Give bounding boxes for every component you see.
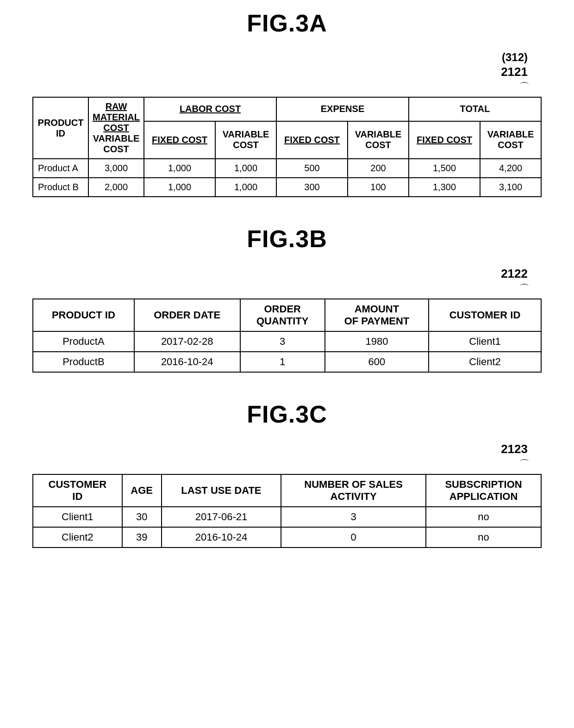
fig3a-title: FIG.3A — [19, 9, 555, 37]
fig3c-title: FIG.3C — [19, 400, 555, 428]
fig3b-col-product-id: PRODUCT ID — [33, 299, 134, 331]
list-item: 2,000 — [88, 178, 144, 197]
fig3a-col-expense-fixed: FIXED COST — [276, 121, 348, 159]
list-item: 2016-10-24 — [134, 352, 240, 372]
list-item: 3,000 — [88, 159, 144, 178]
list-item: 1,000 — [215, 178, 276, 197]
fig3b-col-amount-payment: AMOUNT OF PAYMENT — [325, 299, 429, 331]
table-row: Product A 3,000 1,000 1,000 500 200 1,50… — [33, 159, 541, 178]
list-item: 2017-06-21 — [162, 507, 281, 527]
list-item: 600 — [325, 352, 429, 372]
fig3c-section: FIG.3C 2123 ⌒ CUSTOMER ID AGE LAST USE D… — [19, 400, 555, 548]
fig3a-id-312: (312) — [502, 51, 528, 63]
list-item: no — [426, 507, 541, 527]
list-item: ProductB — [33, 352, 134, 372]
fig3a-col-labor-fixed: FIXED COST — [144, 121, 215, 159]
fig3c-bracket: ⌒ — [519, 458, 530, 470]
list-item: Client1 — [33, 507, 122, 527]
fig3b-title: FIG.3B — [19, 225, 555, 253]
list-item: Client2 — [429, 352, 541, 372]
table-row: Client2 39 2016-10-24 0 no — [33, 527, 541, 548]
list-item: 1,300 — [409, 178, 480, 197]
fig3a-col-raw-material: RAW MATERIAL COST VARIABLE COST — [88, 97, 144, 159]
list-item: Product A — [33, 159, 88, 178]
fig3b-col-order-quantity: ORDER QUANTITY — [240, 299, 325, 331]
list-item: 3 — [240, 331, 325, 352]
list-item: 1,000 — [215, 159, 276, 178]
fig3c-header-row: CUSTOMER ID AGE LAST USE DATE NUMBER OF … — [33, 474, 541, 507]
fig3a-col-expense-header: EXPENSE — [276, 97, 409, 121]
list-item: 3,100 — [480, 178, 541, 197]
list-item: 0 — [281, 527, 426, 548]
fig3a-col-labor-cost-header: LABOR COST — [144, 97, 276, 121]
list-item: 3 — [281, 507, 426, 527]
fig3b-table: PRODUCT ID ORDER DATE ORDER QUANTITY AMO… — [32, 299, 542, 373]
fig3b-header-row: PRODUCT ID ORDER DATE ORDER QUANTITY AMO… — [33, 299, 541, 331]
list-item: 30 — [122, 507, 162, 527]
fig3b-col-order-date: ORDER DATE — [134, 299, 240, 331]
fig3a-col-expense-variable: VARIABLE COST — [348, 121, 409, 159]
list-item: Product B — [33, 178, 88, 197]
table-row: ProductB 2016-10-24 1 600 Client2 — [33, 352, 541, 372]
list-item: 1,000 — [144, 178, 215, 197]
list-item: 500 — [276, 159, 348, 178]
fig3a-header-row1: PRODUCT ID RAW MATERIAL COST VARIABLE CO… — [33, 97, 541, 121]
fig3a-col-total-fixed: FIXED COST — [409, 121, 480, 159]
fig3a-table: PRODUCT ID RAW MATERIAL COST VARIABLE CO… — [32, 97, 542, 197]
list-item: 1,000 — [144, 159, 215, 178]
table-row: Product B 2,000 1,000 1,000 300 100 1,30… — [33, 178, 541, 197]
list-item: 100 — [348, 178, 409, 197]
fig3a-bracket: ⌒ — [519, 81, 530, 93]
table-row: Client1 30 2017-06-21 3 no — [33, 507, 541, 527]
list-item: 1,500 — [409, 159, 480, 178]
list-item: 39 — [122, 527, 162, 548]
fig3a-col-labor-variable: VARIABLE COST — [215, 121, 276, 159]
fig3a-section: FIG.3A (312) 2121 ⌒ PRODUCT ID RAW MATER… — [19, 9, 555, 197]
fig3a-id-2121: 2121 — [501, 65, 528, 79]
list-item: ProductA — [33, 331, 134, 352]
fig3c-col-last-use-date: LAST USE DATE — [162, 474, 281, 507]
fig3c-col-subscription: SUBSCRIPTION APPLICATION — [426, 474, 541, 507]
fig3b-section: FIG.3B 2122 ⌒ PRODUCT ID ORDER DATE ORDE… — [19, 225, 555, 373]
fig3b-id: 2122 — [501, 267, 528, 280]
fig3a-col-total-variable: VARIABLE COST — [480, 121, 541, 159]
fig3a-col-product: PRODUCT ID — [33, 97, 88, 159]
list-item: Client1 — [429, 331, 541, 352]
list-item: 2017-02-28 — [134, 331, 240, 352]
fig3a-col-total-header: TOTAL — [409, 97, 541, 121]
fig3c-id: 2123 — [501, 442, 528, 456]
list-item: 1980 — [325, 331, 429, 352]
table-row: ProductA 2017-02-28 3 1980 Client1 — [33, 331, 541, 352]
list-item: 1 — [240, 352, 325, 372]
fig3c-col-age: AGE — [122, 474, 162, 507]
list-item: Client2 — [33, 527, 122, 548]
list-item: 2016-10-24 — [162, 527, 281, 548]
fig3b-col-customer-id: CUSTOMER ID — [429, 299, 541, 331]
fig3c-col-customer-id: CUSTOMER ID — [33, 474, 122, 507]
fig3b-bracket: ⌒ — [519, 283, 530, 294]
list-item: 4,200 — [480, 159, 541, 178]
list-item: 300 — [276, 178, 348, 197]
list-item: 200 — [348, 159, 409, 178]
list-item: no — [426, 527, 541, 548]
fig3c-table: CUSTOMER ID AGE LAST USE DATE NUMBER OF … — [32, 474, 542, 548]
fig3c-col-num-sales: NUMBER OF SALES ACTIVITY — [281, 474, 426, 507]
